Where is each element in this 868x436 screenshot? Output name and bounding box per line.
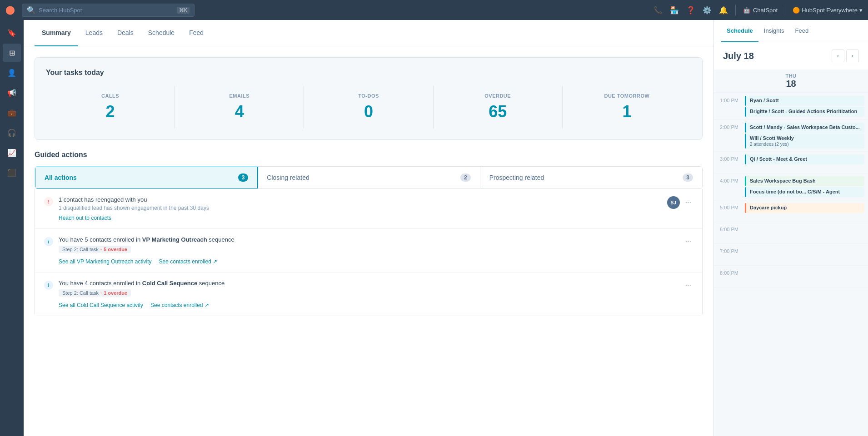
right-panel-tabs: Schedule Insights Feed [714, 20, 868, 42]
action-tab-prospecting[interactable]: Prospecting related 3 [480, 167, 702, 188]
calendar-event[interactable]: Brigitte / Scott - Guided Actions Priori… [745, 107, 864, 117]
calendar-event[interactable]: Daycare pickup [745, 203, 864, 213]
stat-due-tomorrow: DUE TOMORROW 1 [563, 86, 691, 129]
action-item-meta: ··· [683, 280, 693, 291]
day-label: THU 18 [723, 73, 859, 89]
search-icon: 🔍 [27, 6, 36, 15]
more-options-button[interactable]: ··· [683, 236, 693, 247]
action-step-badge: Step 2: Call task · 5 overdue [59, 246, 131, 253]
time-events: Sales Workspace Bug Bash Focus time (do … [743, 175, 868, 198]
time-label: 7:00 PM [714, 246, 743, 263]
tab-summary[interactable]: Summary [35, 20, 78, 46]
tab-feed[interactable]: Feed [182, 20, 211, 46]
chevron-down-icon: ▾ [859, 7, 863, 14]
action-tab-prospecting-label: Prospecting related [489, 174, 544, 181]
nav-divider [735, 5, 736, 15]
settings-icon[interactable]: ⚙️ [703, 6, 712, 15]
see-contacts-enrolled-link-2[interactable]: See contacts enrolled ↗ [150, 302, 209, 308]
calendar-event[interactable]: Will / Scott Weekly 2 attendees (2 yes) [745, 134, 864, 149]
more-options-button[interactable]: ··· [683, 197, 693, 208]
action-item-meta: SJ ··· [667, 196, 693, 209]
time-label: 6:00 PM [714, 224, 743, 242]
calendar-event[interactable]: Sales Workspace Bug Bash [745, 176, 864, 186]
nav-icons: 📞 🏪 ❓ ⚙️ 🔔 🤖 ChatSpot 🟠 HubSpot Everywhe… [653, 5, 863, 15]
time-events [743, 224, 868, 242]
action-tab-prospecting-count: 3 [683, 173, 693, 182]
calendar-prev-button[interactable]: ‹ [832, 50, 844, 62]
right-tab-schedule[interactable]: Schedule [721, 20, 758, 42]
search-bar[interactable]: 🔍 ⌘K [22, 4, 195, 17]
time-slot-4pm: 4:00 PM Sales Workspace Bug Bash Focus t… [714, 173, 868, 200]
todos-label: TO-DOS [308, 93, 429, 99]
time-events [743, 268, 868, 285]
action-step-badge: Step 2: Call task · 1 overdue [59, 289, 131, 297]
content-area: Summary Leads Deals Schedule Feed Your t… [24, 20, 713, 436]
chatspot-button[interactable]: 🤖 ChatSpot [743, 7, 778, 14]
time-label: 8:00 PM [714, 268, 743, 285]
time-label: 3:00 PM [714, 154, 743, 171]
overdue-count: 5 overdue [104, 247, 127, 252]
time-events: Scott / Mandy - Sales Workspace Beta Cus… [743, 122, 868, 149]
time-slot-6pm: 6:00 PM [714, 222, 868, 244]
more-options-button[interactable]: ··· [683, 280, 693, 291]
hubspot-everywhere-button[interactable]: 🟠 HubSpot Everywhere ▾ [793, 7, 863, 14]
stat-overdue: OVERDUE 65 [434, 86, 563, 129]
nav-divider-2 [785, 5, 785, 15]
see-all-cold-call-activity-link[interactable]: See all Cold Call Sequence activity [59, 302, 143, 308]
right-tab-insights[interactable]: Insights [758, 20, 790, 42]
tab-leads[interactable]: Leads [78, 20, 110, 46]
calendar-event[interactable]: Focus time (do not bo... C/S/M - Agent [745, 187, 864, 197]
see-contacts-enrolled-link-1[interactable]: See contacts enrolled ↗ [159, 258, 217, 265]
time-label: 1:00 PM [714, 95, 743, 118]
time-label: 5:00 PM [714, 202, 743, 220]
tab-schedule[interactable]: Schedule [141, 20, 182, 46]
calendar-next-button[interactable]: › [846, 50, 859, 62]
calendar-date: July 18 [723, 51, 754, 61]
phone-icon[interactable]: 📞 [653, 6, 663, 15]
help-icon[interactable]: ❓ [686, 6, 695, 15]
reach-out-link[interactable]: Reach out to contacts [59, 215, 111, 221]
see-all-vp-activity-link[interactable]: See all VP Marketing Outreach activity [59, 258, 152, 265]
overdue-badge: · [100, 290, 102, 296]
calendar-event[interactable]: Scott / Mandy - Sales Workspace Beta Cus… [745, 123, 864, 133]
main-layout: 🔖 ⊞ 👤 📢 💼 🎧 📈 ⬛ Summary Leads Deals Sche… [24, 20, 868, 436]
action-item: ! 1 contact has reengaged with you 1 dis… [35, 189, 702, 229]
action-tab-all[interactable]: All actions 3 [35, 166, 258, 189]
calendar-header: July 18 ‹ › [714, 42, 868, 69]
right-tab-feed[interactable]: Feed [790, 20, 814, 42]
chatspot-icon: 🤖 [743, 7, 750, 14]
action-item-content: You have 4 contacts enrolled in Cold Cal… [59, 280, 678, 308]
action-tab-closing[interactable]: Closing related 2 [258, 167, 480, 188]
notifications-icon[interactable]: 🔔 [719, 6, 728, 15]
action-item-subtitle: 1 disqualified lead has shown engagement… [59, 205, 662, 211]
marketplace-icon[interactable]: 🏪 [670, 6, 679, 15]
action-tab-all-label: All actions [45, 174, 77, 181]
step-label: Step 2: Call task [62, 247, 99, 252]
action-tab-all-count: 3 [238, 173, 249, 182]
alert-icon: ! [44, 197, 53, 206]
hs-logo-icon: 🟠 [793, 7, 800, 14]
day-column-header: THU 18 [714, 69, 868, 93]
action-item-links: See all VP Marketing Outreach activity S… [59, 258, 678, 265]
search-input[interactable] [39, 7, 174, 14]
calendar-nav-group: ‹ › [832, 50, 859, 62]
action-item-title: 1 contact has reengaged with you [59, 196, 662, 203]
time-slot-8pm: 8:00 PM [714, 266, 868, 287]
guided-actions-section: Guided actions All actions 3 Closing rel… [35, 151, 703, 316]
calendar-event[interactable]: Qi / Scott - Meet & Greet [745, 154, 864, 164]
time-slot-2pm: 2:00 PM Scott / Mandy - Sales Workspace … [714, 120, 868, 152]
overdue-value: 65 [437, 102, 559, 121]
avatar: SJ [667, 196, 680, 209]
tasks-stats-grid: CALLS 2 EMAILS 4 TO-DOS 0 OVERDUE 65 DUE… [46, 86, 691, 129]
emails-label: EMAILS [179, 93, 300, 99]
action-item-links: See all Cold Call Sequence activity See … [59, 302, 678, 308]
calendar-event[interactable]: Ryan / Scott [745, 96, 864, 106]
time-events: Daycare pickup [743, 202, 868, 220]
time-slot-7pm: 7:00 PM [714, 244, 868, 266]
calls-label: CALLS [50, 93, 171, 99]
stat-todos: TO-DOS 0 [304, 86, 433, 129]
keyboard-shortcut-hint: ⌘K [177, 7, 190, 14]
tab-deals[interactable]: Deals [110, 20, 141, 46]
info-icon: i [44, 237, 53, 246]
time-slots: 1:00 PM Ryan / Scott Brigitte / Scott - … [714, 93, 868, 287]
